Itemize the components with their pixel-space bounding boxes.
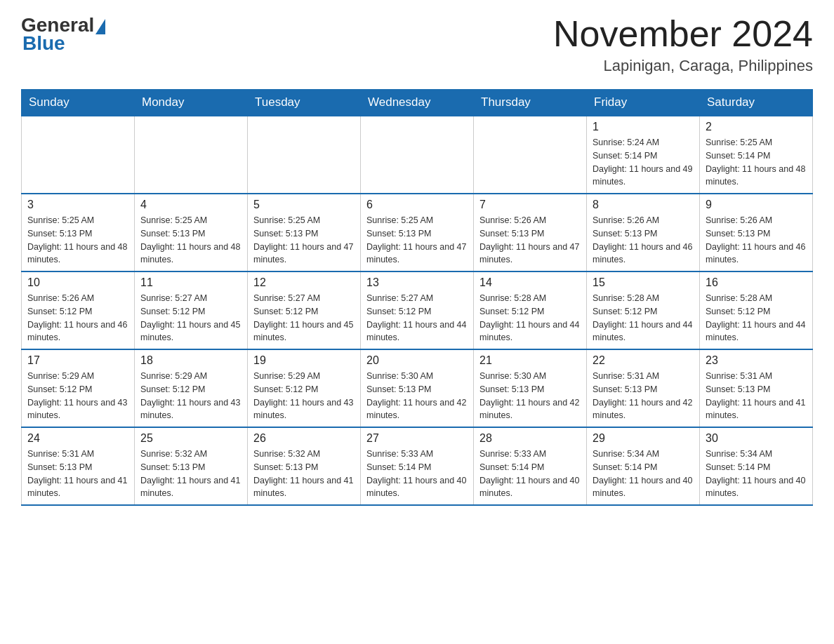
day-number: 14 <box>479 276 581 289</box>
day-info: Sunrise: 5:25 AMSunset: 5:13 PMDaylight:… <box>253 215 353 264</box>
calendar-cell-w4-d1: 17 Sunrise: 5:29 AMSunset: 5:12 PMDaylig… <box>22 349 135 427</box>
day-number: 15 <box>593 276 694 289</box>
day-number: 27 <box>366 432 468 445</box>
day-info: Sunrise: 5:28 AMSunset: 5:12 PMDaylight:… <box>593 293 692 342</box>
day-number: 18 <box>140 354 241 367</box>
day-info: Sunrise: 5:33 AMSunset: 5:14 PMDaylight:… <box>479 449 579 498</box>
calendar-cell-w3-d1: 10 Sunrise: 5:26 AMSunset: 5:12 PMDaylig… <box>22 271 135 349</box>
day-number: 1 <box>593 121 694 133</box>
calendar-cell-w5-d4: 27 Sunrise: 5:33 AMSunset: 5:14 PMDaylig… <box>361 427 474 505</box>
calendar-cell-w1-d1 <box>22 116 135 194</box>
day-info: Sunrise: 5:27 AMSunset: 5:12 PMDaylight:… <box>253 293 353 342</box>
header-wednesday: Wednesday <box>361 90 474 116</box>
day-number: 12 <box>253 276 355 289</box>
day-info: Sunrise: 5:32 AMSunset: 5:13 PMDaylight:… <box>253 449 353 498</box>
calendar-cell-w2-d7: 9 Sunrise: 5:26 AMSunset: 5:13 PMDayligh… <box>700 194 813 271</box>
calendar-cell-w4-d4: 20 Sunrise: 5:30 AMSunset: 5:13 PMDaylig… <box>361 349 474 427</box>
calendar-cell-w2-d1: 3 Sunrise: 5:25 AMSunset: 5:13 PMDayligh… <box>22 194 135 271</box>
calendar-week-2: 3 Sunrise: 5:25 AMSunset: 5:13 PMDayligh… <box>22 194 813 271</box>
page-header: General Blue November 2024 Lapinigan, Ca… <box>21 14 813 75</box>
header-sunday: Sunday <box>22 90 135 116</box>
day-number: 30 <box>706 432 807 445</box>
calendar-cell-w1-d6: 1 Sunrise: 5:24 AMSunset: 5:14 PMDayligh… <box>587 116 700 194</box>
calendar-cell-w3-d4: 13 Sunrise: 5:27 AMSunset: 5:12 PMDaylig… <box>361 271 474 349</box>
day-info: Sunrise: 5:31 AMSunset: 5:13 PMDaylight:… <box>706 371 805 420</box>
day-info: Sunrise: 5:24 AMSunset: 5:14 PMDaylight:… <box>593 137 692 187</box>
day-number: 11 <box>140 276 241 289</box>
day-number: 3 <box>27 199 128 211</box>
calendar-cell-w2-d5: 7 Sunrise: 5:26 AMSunset: 5:13 PMDayligh… <box>474 194 587 271</box>
day-number: 16 <box>706 276 807 289</box>
calendar-cell-w5-d3: 26 Sunrise: 5:32 AMSunset: 5:13 PMDaylig… <box>248 427 361 505</box>
calendar-cell-w2-d6: 8 Sunrise: 5:26 AMSunset: 5:13 PMDayligh… <box>587 194 700 271</box>
day-info: Sunrise: 5:27 AMSunset: 5:12 PMDaylight:… <box>366 293 466 342</box>
calendar-cell-w5-d1: 24 Sunrise: 5:31 AMSunset: 5:13 PMDaylig… <box>22 427 135 505</box>
calendar-cell-w1-d4 <box>361 116 474 194</box>
calendar-cell-w1-d5 <box>474 116 587 194</box>
day-info: Sunrise: 5:27 AMSunset: 5:12 PMDaylight:… <box>140 293 240 342</box>
day-number: 4 <box>140 199 241 211</box>
day-info: Sunrise: 5:31 AMSunset: 5:13 PMDaylight:… <box>27 449 127 498</box>
day-info: Sunrise: 5:26 AMSunset: 5:13 PMDaylight:… <box>479 215 579 264</box>
calendar-week-1: 1 Sunrise: 5:24 AMSunset: 5:14 PMDayligh… <box>22 116 813 194</box>
day-number: 23 <box>706 354 807 367</box>
day-info: Sunrise: 5:26 AMSunset: 5:12 PMDaylight:… <box>27 293 127 342</box>
day-number: 22 <box>593 354 694 367</box>
calendar-cell-w5-d6: 29 Sunrise: 5:34 AMSunset: 5:14 PMDaylig… <box>587 427 700 505</box>
day-number: 5 <box>253 199 355 211</box>
day-number: 25 <box>140 432 241 445</box>
day-info: Sunrise: 5:26 AMSunset: 5:13 PMDaylight:… <box>706 215 805 264</box>
calendar-cell-w1-d3 <box>248 116 361 194</box>
day-number: 2 <box>706 121 807 133</box>
calendar-cell-w4-d5: 21 Sunrise: 5:30 AMSunset: 5:13 PMDaylig… <box>474 349 587 427</box>
day-info: Sunrise: 5:26 AMSunset: 5:13 PMDaylight:… <box>593 215 692 264</box>
day-number: 29 <box>593 432 694 445</box>
day-number: 28 <box>479 432 581 445</box>
day-number: 6 <box>366 199 468 211</box>
day-number: 7 <box>479 199 581 211</box>
day-number: 10 <box>27 276 128 289</box>
calendar-cell-w5-d7: 30 Sunrise: 5:34 AMSunset: 5:14 PMDaylig… <box>700 427 813 505</box>
day-info: Sunrise: 5:25 AMSunset: 5:13 PMDaylight:… <box>27 215 127 264</box>
calendar-cell-w3-d7: 16 Sunrise: 5:28 AMSunset: 5:12 PMDaylig… <box>700 271 813 349</box>
day-info: Sunrise: 5:29 AMSunset: 5:12 PMDaylight:… <box>27 371 127 420</box>
calendar-cell-w3-d5: 14 Sunrise: 5:28 AMSunset: 5:12 PMDaylig… <box>474 271 587 349</box>
day-info: Sunrise: 5:29 AMSunset: 5:12 PMDaylight:… <box>140 371 240 420</box>
calendar-cell-w5-d5: 28 Sunrise: 5:33 AMSunset: 5:14 PMDaylig… <box>474 427 587 505</box>
logo: General Blue <box>21 14 105 55</box>
day-number: 13 <box>366 276 468 289</box>
calendar-cell-w3-d6: 15 Sunrise: 5:28 AMSunset: 5:12 PMDaylig… <box>587 271 700 349</box>
calendar-cell-w4-d6: 22 Sunrise: 5:31 AMSunset: 5:13 PMDaylig… <box>587 349 700 427</box>
calendar-cell-w4-d3: 19 Sunrise: 5:29 AMSunset: 5:12 PMDaylig… <box>248 349 361 427</box>
title-area: November 2024 Lapinigan, Caraga, Philipp… <box>553 14 813 75</box>
day-number: 26 <box>253 432 355 445</box>
calendar-cell-w1-d2 <box>135 116 248 194</box>
day-info: Sunrise: 5:33 AMSunset: 5:14 PMDaylight:… <box>366 449 466 498</box>
day-info: Sunrise: 5:28 AMSunset: 5:12 PMDaylight:… <box>479 293 579 342</box>
day-number: 17 <box>27 354 128 367</box>
header-monday: Monday <box>135 90 248 116</box>
header-friday: Friday <box>587 90 700 116</box>
day-info: Sunrise: 5:32 AMSunset: 5:13 PMDaylight:… <box>140 449 240 498</box>
day-number: 24 <box>27 432 128 445</box>
day-info: Sunrise: 5:29 AMSunset: 5:12 PMDaylight:… <box>253 371 353 420</box>
location-subtitle: Lapinigan, Caraga, Philippines <box>553 57 813 75</box>
calendar-cell-w4-d2: 18 Sunrise: 5:29 AMSunset: 5:12 PMDaylig… <box>135 349 248 427</box>
day-number: 8 <box>593 199 694 211</box>
day-number: 9 <box>706 199 807 211</box>
calendar-cell-w5-d2: 25 Sunrise: 5:32 AMSunset: 5:13 PMDaylig… <box>135 427 248 505</box>
calendar-cell-w4-d7: 23 Sunrise: 5:31 AMSunset: 5:13 PMDaylig… <box>700 349 813 427</box>
day-info: Sunrise: 5:31 AMSunset: 5:13 PMDaylight:… <box>593 371 692 420</box>
calendar-cell-w1-d7: 2 Sunrise: 5:25 AMSunset: 5:14 PMDayligh… <box>700 116 813 194</box>
calendar-cell-w2-d4: 6 Sunrise: 5:25 AMSunset: 5:13 PMDayligh… <box>361 194 474 271</box>
day-info: Sunrise: 5:25 AMSunset: 5:13 PMDaylight:… <box>140 215 240 264</box>
header-thursday: Thursday <box>474 90 587 116</box>
day-info: Sunrise: 5:30 AMSunset: 5:13 PMDaylight:… <box>366 371 466 420</box>
calendar-cell-w2-d2: 4 Sunrise: 5:25 AMSunset: 5:13 PMDayligh… <box>135 194 248 271</box>
header-saturday: Saturday <box>700 90 813 116</box>
day-number: 20 <box>366 354 468 367</box>
calendar-week-5: 24 Sunrise: 5:31 AMSunset: 5:13 PMDaylig… <box>22 427 813 505</box>
logo-triangle-icon <box>95 19 105 34</box>
calendar-week-3: 10 Sunrise: 5:26 AMSunset: 5:12 PMDaylig… <box>22 271 813 349</box>
day-info: Sunrise: 5:34 AMSunset: 5:14 PMDaylight:… <box>593 449 692 498</box>
